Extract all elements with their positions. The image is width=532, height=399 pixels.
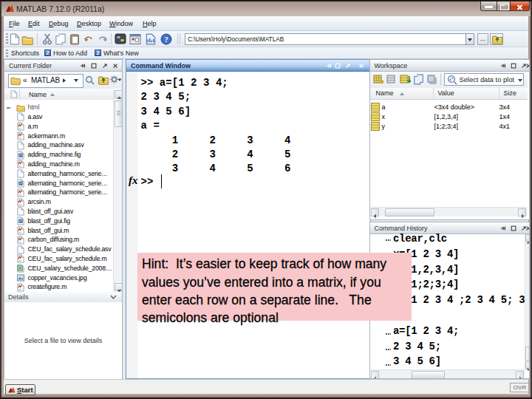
svg-text:?: ? [164, 35, 168, 44]
